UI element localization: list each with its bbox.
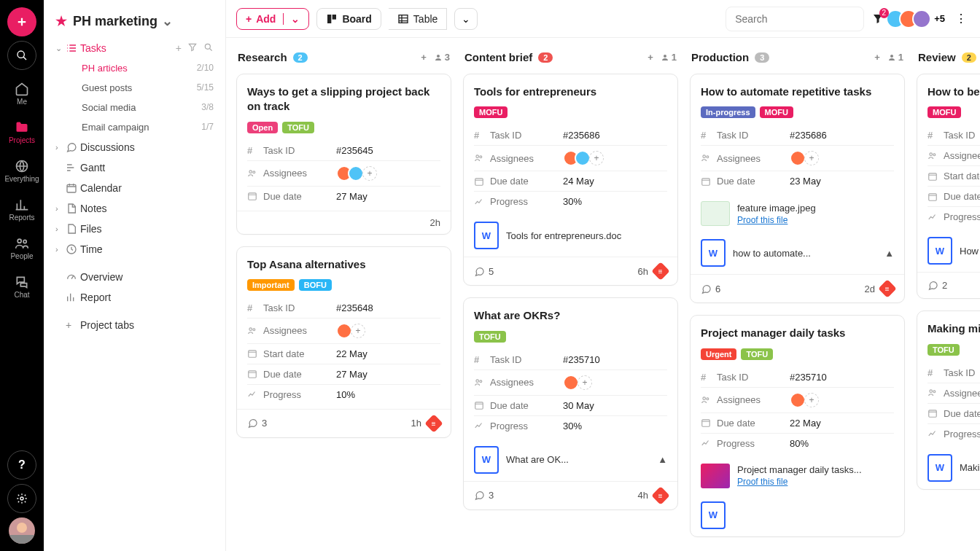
svg-point-18 bbox=[253, 329, 255, 331]
word-doc-icon: W bbox=[701, 501, 726, 529]
rail-user-avatar[interactable] bbox=[9, 517, 35, 544]
chevron-down-icon[interactable]: ⌄ bbox=[283, 13, 300, 25]
assignees[interactable]: + bbox=[336, 165, 440, 181]
task-card[interactable]: How to better h deadlines as aMOFU#Task … bbox=[917, 74, 980, 299]
comments-count[interactable]: 6 bbox=[701, 284, 720, 294]
tag: In-progress bbox=[701, 106, 755, 118]
svg-point-26 bbox=[480, 380, 482, 382]
proof-link[interactable]: Proof this file bbox=[737, 477, 862, 487]
rail-item-projects[interactable]: Projects bbox=[9, 120, 35, 144]
project-title[interactable]: ★ PH marketing ⌄ bbox=[50, 10, 219, 38]
card-field: #Task ID#235648 bbox=[247, 298, 440, 318]
card-attachment[interactable]: feature image.jpegProof this file bbox=[691, 195, 904, 233]
card-attachment[interactable]: Whow to automate...▲ bbox=[691, 233, 904, 274]
rail-item-people[interactable]: People bbox=[10, 236, 33, 260]
sidebar-time[interactable]: ›Time bbox=[50, 239, 219, 259]
search-icon[interactable] bbox=[203, 42, 214, 54]
chat-icon bbox=[66, 141, 80, 153]
add-button[interactable]: +Add⌄ bbox=[236, 8, 309, 30]
column-people[interactable]: 1 bbox=[887, 52, 903, 63]
column-add[interactable]: + bbox=[648, 52, 653, 63]
member-avatars[interactable]: +5 bbox=[892, 9, 945, 28]
card-attachment[interactable]: WHow to bbox=[917, 231, 980, 272]
task-card[interactable]: Project manager daily tasksUrgentTOFU#Ta… bbox=[690, 315, 905, 536]
sidebar-calendar[interactable]: Calendar bbox=[50, 178, 219, 198]
rail-search-button[interactable] bbox=[7, 41, 36, 70]
card-field: Progress30% bbox=[474, 191, 667, 211]
sidebar-notes[interactable]: ›Notes bbox=[50, 198, 219, 219]
sidebar-discussions[interactable]: ›Discussions bbox=[50, 137, 219, 157]
comments-count[interactable]: 5 bbox=[474, 266, 494, 277]
assignees[interactable]: + bbox=[563, 375, 667, 391]
svg-rect-38 bbox=[929, 194, 937, 200]
column-add[interactable]: + bbox=[874, 52, 880, 63]
card-field: Due date27 May bbox=[247, 364, 440, 384]
field-icon bbox=[701, 438, 717, 448]
board-column: Content brief2+1Tools for entrepreneursM… bbox=[463, 51, 678, 538]
svg-rect-41 bbox=[929, 410, 937, 417]
add-assignee[interactable]: + bbox=[362, 166, 377, 181]
svg-point-33 bbox=[707, 397, 709, 399]
svg-point-13 bbox=[437, 55, 440, 58]
assignees[interactable]: + bbox=[336, 323, 440, 339]
assignees[interactable]: + bbox=[790, 392, 894, 408]
search-input[interactable] bbox=[726, 7, 864, 31]
sidebar-gantt[interactable]: Gantt bbox=[50, 157, 219, 178]
task-list-item[interactable]: Social media3/8 bbox=[76, 98, 219, 117]
svg-rect-19 bbox=[249, 351, 257, 357]
sidebar-tasks[interactable]: ⌄ Tasks + bbox=[50, 38, 219, 58]
comments-count[interactable]: 3 bbox=[247, 418, 267, 429]
card-attachment[interactable]: WWhat are OK...▲ bbox=[464, 440, 677, 481]
rail-add-button[interactable] bbox=[7, 7, 36, 36]
add-assignee[interactable]: + bbox=[804, 151, 819, 165]
filter-icon[interactable] bbox=[187, 42, 198, 54]
task-card[interactable]: Making mistakTOFU#Task IDAssigneesDue da… bbox=[917, 310, 980, 489]
card-footer: 2 bbox=[917, 272, 980, 298]
assignees[interactable]: + bbox=[790, 150, 894, 166]
add-assignee[interactable]: + bbox=[804, 393, 819, 407]
image-thumb bbox=[701, 464, 730, 488]
rail-help-button[interactable]: ? bbox=[7, 450, 36, 480]
add-icon[interactable]: + bbox=[176, 42, 182, 54]
rail-item-chat[interactable]: Chat bbox=[14, 275, 29, 299]
comments-count[interactable]: 2 bbox=[928, 280, 947, 291]
rail-item-reports[interactable]: Reports bbox=[9, 198, 34, 222]
task-card[interactable]: How to automate repetitive tasksIn-progr… bbox=[690, 74, 905, 303]
task-card[interactable]: What are OKRs?TOFU#Task ID#235710Assigne… bbox=[463, 297, 678, 509]
field-icon bbox=[928, 151, 944, 161]
sidebar-project-tabs[interactable]: +Project tabs bbox=[50, 315, 219, 335]
assignees[interactable]: + bbox=[563, 150, 667, 166]
column-people[interactable]: 1 bbox=[661, 52, 677, 63]
rail-item-me[interactable]: Me bbox=[15, 82, 29, 106]
column-add[interactable]: + bbox=[421, 52, 427, 63]
rail-item-everything[interactable]: Everything bbox=[4, 159, 39, 183]
card-attachment[interactable]: WTools for entrepreneurs.doc bbox=[464, 216, 677, 257]
task-list-item[interactable]: Guest posts5/15 bbox=[76, 78, 219, 98]
task-card[interactable]: Ways to get a slipping project back on t… bbox=[236, 74, 451, 235]
rail-settings-button[interactable] bbox=[7, 484, 36, 513]
comments-count[interactable]: 3 bbox=[474, 490, 494, 501]
add-assignee[interactable]: + bbox=[589, 151, 604, 165]
svg-point-35 bbox=[930, 153, 933, 156]
sidebar-report[interactable]: Report bbox=[50, 287, 219, 308]
add-assignee[interactable]: + bbox=[351, 324, 365, 338]
card-attachment[interactable]: Project manager daily tasks...Proof this… bbox=[691, 458, 904, 496]
project-sidebar: ★ PH marketing ⌄ ⌄ Tasks + PH articles2/… bbox=[44, 0, 226, 551]
svg-point-22 bbox=[476, 155, 479, 158]
add-assignee[interactable]: + bbox=[578, 375, 592, 390]
view-dropdown[interactable]: ⌄ bbox=[454, 8, 478, 30]
view-table-button[interactable]: Table bbox=[389, 8, 447, 30]
card-attachment[interactable]: WMaking bbox=[917, 448, 980, 489]
task-list-item[interactable]: PH articles2/10 bbox=[76, 58, 219, 78]
sidebar-overview[interactable]: Overview bbox=[50, 267, 219, 287]
filter-button[interactable]: 2 bbox=[871, 12, 884, 26]
task-card[interactable]: Top Asana alternativesImportantBOFU#Task… bbox=[236, 246, 451, 438]
sidebar-files[interactable]: ›Files bbox=[50, 219, 219, 239]
column-people[interactable]: 3 bbox=[434, 52, 450, 63]
more-menu[interactable]: ⋮ bbox=[952, 9, 970, 28]
proof-link[interactable]: Proof this file bbox=[737, 215, 816, 225]
task-card[interactable]: Tools for entrepreneursMOFU#Task ID#2356… bbox=[463, 74, 678, 286]
card-attachment[interactable]: W bbox=[691, 496, 904, 536]
view-board-button[interactable]: Board bbox=[316, 8, 381, 30]
task-list-item[interactable]: Email campaign1/7 bbox=[76, 117, 219, 137]
